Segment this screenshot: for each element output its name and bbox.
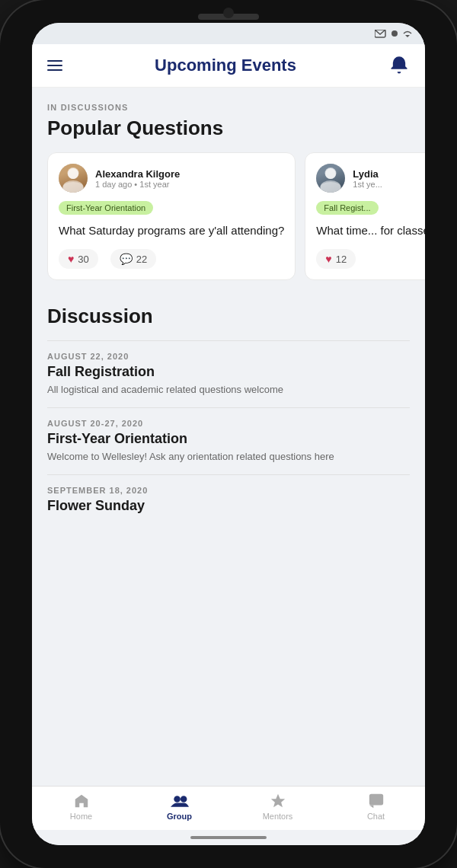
card-user-name-1: Alexandra Kilgore [95, 168, 284, 180]
svg-marker-2 [405, 35, 410, 37]
nav-item-mentors[interactable]: Mentors [228, 793, 327, 821]
card-tag-1: First-Year Orientation [59, 201, 153, 215]
discussion-item-3[interactable]: SEPTEMBER 18, 2020 Flower Sunday [47, 474, 410, 528]
phone-frame: Upcoming Events IN DISCUSSIONS Popular Q… [0, 0, 457, 868]
svg-point-1 [391, 30, 398, 37]
discussion-item-2[interactable]: AUGUST 20-27, 2020 First-Year Orientatio… [47, 407, 410, 474]
section-label: IN DISCUSSIONS [47, 103, 410, 112]
svg-point-4 [180, 796, 187, 803]
likes-count-2: 12 [336, 254, 347, 265]
page-title: Upcoming Events [155, 56, 296, 75]
discussion-desc-2: Welcome to Wellesley! Ask any orientatio… [47, 450, 410, 464]
nav-label-home: Home [70, 812, 92, 821]
discussion-date-1: AUGUST 22, 2020 [47, 352, 410, 361]
card-question-1: What Saturday programs are y'all attendi… [59, 222, 284, 238]
home-icon [73, 793, 90, 809]
hamburger-menu-button[interactable] [47, 60, 62, 71]
svg-rect-6 [369, 794, 382, 806]
card-user-info-2: Lydia 1st ye... [353, 168, 425, 189]
discussion-name-3: Flower Sunday [47, 498, 410, 514]
comments-count-1: 22 [136, 254, 147, 265]
heart-icon-2: ♥ [325, 253, 331, 265]
discussion-name-1: Fall Registration [47, 364, 410, 380]
heart-icon-1: ♥ [68, 253, 74, 265]
card-question-2: What time... for classes... [316, 222, 425, 238]
discussion-section: Discussion AUGUST 22, 2020 Fall Registra… [32, 292, 425, 528]
card-comments-1[interactable]: 💬 22 [110, 249, 156, 269]
avatar-1 [59, 164, 88, 193]
svg-point-3 [174, 796, 181, 803]
nav-item-chat[interactable]: Chat [327, 793, 425, 821]
bottom-spacer [32, 528, 425, 543]
status-bar-icons [375, 30, 413, 38]
app-content: Upcoming Events IN DISCUSSIONS Popular Q… [32, 44, 425, 786]
phone-screen: Upcoming Events IN DISCUSSIONS Popular Q… [32, 23, 425, 845]
group-icon [171, 793, 189, 809]
card-user-info-1: Alexandra Kilgore 1 day ago • 1st year [95, 168, 284, 189]
card-tag-2: Fall Regist... [316, 201, 378, 215]
question-card-2[interactable]: Lydia 1st ye... Fall Regist... What time… [305, 152, 425, 280]
message-status-icon [375, 30, 387, 38]
signal-dot-icon [391, 30, 398, 37]
home-indicator-bar [32, 830, 425, 845]
card-user-meta-2: 1st ye... [353, 180, 425, 189]
bottom-nav: Home Group Mentors [32, 786, 425, 830]
discussion-date-3: SEPTEMBER 18, 2020 [47, 486, 410, 495]
nav-label-mentors: Mentors [263, 812, 293, 821]
section-title: Popular Questions [47, 116, 410, 140]
chat-icon [368, 793, 385, 809]
card-header-2: Lydia 1st ye... [316, 164, 425, 193]
nav-item-group[interactable]: Group [130, 793, 228, 821]
top-bar: Upcoming Events [32, 44, 425, 88]
card-user-meta-1: 1 day ago • 1st year [95, 180, 284, 189]
card-likes-1[interactable]: ♥ 30 [59, 249, 98, 269]
card-footer-2: ♥ 12 [316, 249, 425, 269]
question-card-1[interactable]: Alexandra Kilgore 1 day ago • 1st year F… [47, 152, 296, 280]
svg-marker-5 [270, 794, 284, 807]
home-indicator [190, 836, 267, 839]
nav-label-chat: Chat [367, 812, 385, 821]
avatar-2 [316, 164, 345, 193]
discussion-item-1[interactable]: AUGUST 22, 2020 Fall Registration All lo… [47, 340, 410, 407]
nav-label-group: Group [167, 812, 192, 821]
notifications-bell-icon[interactable] [388, 55, 410, 76]
discussion-date-2: AUGUST 20-27, 2020 [47, 419, 410, 428]
discussion-title: Discussion [47, 305, 410, 328]
discussion-desc-1: All logistical and academic related ques… [47, 383, 410, 397]
discussion-name-2: First-Year Orientation [47, 431, 410, 447]
card-header-1: Alexandra Kilgore 1 day ago • 1st year [59, 164, 284, 193]
chat-bubble-icon-1: 💬 [120, 253, 133, 265]
mentors-star-icon [270, 793, 286, 809]
question-cards-scroll[interactable]: Alexandra Kilgore 1 day ago • 1st year F… [32, 152, 425, 292]
popular-questions-section: IN DISCUSSIONS Popular Questions [32, 88, 425, 152]
nav-item-home[interactable]: Home [32, 793, 130, 821]
wifi-icon [402, 30, 413, 38]
card-user-name-2: Lydia [353, 168, 425, 180]
status-bar [32, 23, 425, 44]
card-likes-2[interactable]: ♥ 12 [316, 249, 356, 269]
likes-count-1: 30 [78, 254, 88, 265]
card-footer-1: ♥ 30 💬 22 [59, 249, 284, 269]
